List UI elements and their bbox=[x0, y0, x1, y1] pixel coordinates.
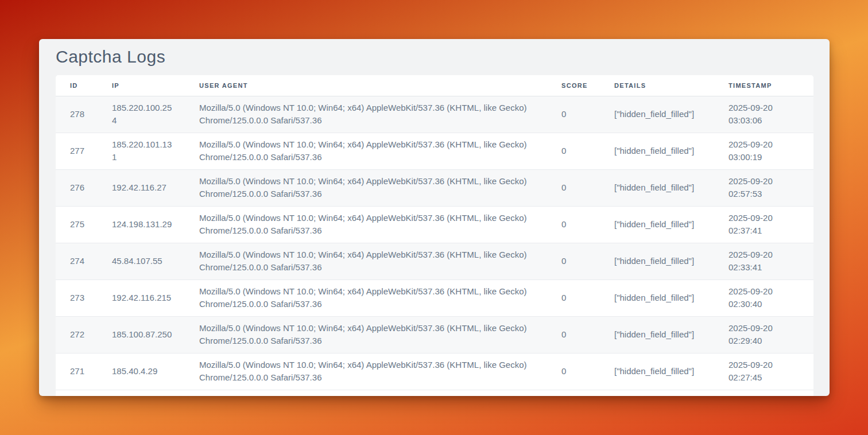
table-row: 273192.42.116.215Mozilla/5.0 (Windows NT… bbox=[56, 279, 813, 316]
cell-ip: 185.220.100.254 bbox=[98, 96, 185, 133]
gradient-background: { "page": { "title": "Captcha Logs" }, "… bbox=[0, 0, 868, 435]
cell-user_agent: Mozilla/5.0 (Windows NT 10.0; Win64; x64… bbox=[185, 206, 547, 243]
cell-score: 0 bbox=[547, 206, 600, 243]
cell-timestamp: 2025-09-20 02:37:41 bbox=[714, 206, 813, 243]
cell-details: ["hidden_field_filled"] bbox=[600, 279, 714, 316]
table-row: 271185.40.4.29Mozilla/5.0 (Windows NT 10… bbox=[56, 353, 813, 390]
cell-timestamp: 2025-09-20 02:57:53 bbox=[714, 169, 813, 206]
cell-ip: 192.42.116.27 bbox=[98, 169, 185, 206]
cell-user_agent: Mozilla/5.0 (Windows NT 10.0; Win64; x64… bbox=[185, 353, 547, 390]
cell-ip: 192.42.116.215 bbox=[98, 279, 185, 316]
cell-user_agent: Mozilla/5.0 (Windows NT 10.0; Win64; x64… bbox=[185, 243, 547, 279]
cell-id: 278 bbox=[56, 96, 98, 133]
cell-id: 273 bbox=[56, 279, 98, 316]
cell-id: 275 bbox=[56, 206, 98, 243]
table-row: 27445.84.107.55Mozilla/5.0 (Windows NT 1… bbox=[56, 243, 813, 279]
cell-details: ["hidden_field_filled"] bbox=[600, 353, 714, 390]
cell-user_agent: Mozilla/5.0 (Windows NT 10.0; Win64; x64… bbox=[185, 316, 547, 353]
cell-timestamp: 2025-09-20 03:03:06 bbox=[714, 96, 813, 133]
cell-timestamp: 2025-09-20 03:00:19 bbox=[714, 133, 813, 169]
cell-details: ["hidden_field_filled"] bbox=[600, 316, 714, 353]
cell-ip: 185.40.4.29 bbox=[98, 353, 185, 390]
table-header: IDIPUSER AGENTSCOREDETAILSTIMESTAMP bbox=[56, 75, 813, 96]
table-row: 275124.198.131.29Mozilla/5.0 (Windows NT… bbox=[56, 206, 813, 243]
cell-id: 271 bbox=[56, 353, 98, 390]
cell-id: 276 bbox=[56, 169, 98, 206]
cell-score: 0 bbox=[547, 243, 600, 279]
table-row: 278185.220.100.254Mozilla/5.0 (Windows N… bbox=[56, 96, 813, 133]
cell-timestamp: 2025-09-20 02:29:40 bbox=[714, 316, 813, 353]
captcha-logs-table: IDIPUSER AGENTSCOREDETAILSTIMESTAMP 2781… bbox=[56, 75, 813, 390]
column-header-timestamp: TIMESTAMP bbox=[714, 75, 813, 96]
cell-id: 274 bbox=[56, 243, 98, 279]
cell-user_agent: Mozilla/5.0 (Windows NT 10.0; Win64; x64… bbox=[185, 96, 547, 133]
page-title: Captcha Logs bbox=[56, 47, 830, 67]
cell-ip: 45.84.107.55 bbox=[98, 243, 185, 279]
cell-score: 0 bbox=[547, 96, 600, 133]
cell-timestamp: 2025-09-20 02:33:41 bbox=[714, 243, 813, 279]
cell-details: ["hidden_field_filled"] bbox=[600, 133, 714, 169]
cell-ip: 185.220.101.131 bbox=[98, 133, 185, 169]
cell-id: 277 bbox=[56, 133, 98, 169]
cell-timestamp: 2025-09-20 02:30:40 bbox=[714, 279, 813, 316]
column-header-user_agent: USER AGENT bbox=[185, 75, 547, 96]
cell-user_agent: Mozilla/5.0 (Windows NT 10.0; Win64; x64… bbox=[185, 279, 547, 316]
table-row: 277185.220.101.131Mozilla/5.0 (Windows N… bbox=[56, 133, 813, 169]
cell-score: 0 bbox=[547, 316, 600, 353]
cell-score: 0 bbox=[547, 133, 600, 169]
table-body: 278185.220.100.254Mozilla/5.0 (Windows N… bbox=[56, 96, 813, 390]
captcha-logs-card: Captcha Logs IDIPUSER AGENTSCOREDETAILST… bbox=[39, 39, 830, 396]
logs-table-container: IDIPUSER AGENTSCOREDETAILSTIMESTAMP 2781… bbox=[56, 75, 813, 396]
cell-timestamp: 2025-09-20 02:27:45 bbox=[714, 353, 813, 390]
cell-score: 0 bbox=[547, 169, 600, 206]
column-header-details: DETAILS bbox=[600, 75, 714, 96]
cell-details: ["hidden_field_filled"] bbox=[600, 206, 714, 243]
cell-score: 0 bbox=[547, 353, 600, 390]
column-header-id: ID bbox=[56, 75, 98, 96]
column-header-ip: IP bbox=[98, 75, 185, 96]
cell-details: ["hidden_field_filled"] bbox=[600, 96, 714, 133]
cell-score: 0 bbox=[547, 279, 600, 316]
column-header-score: SCORE bbox=[547, 75, 600, 96]
cell-user_agent: Mozilla/5.0 (Windows NT 10.0; Win64; x64… bbox=[185, 133, 547, 169]
cell-user_agent: Mozilla/5.0 (Windows NT 10.0; Win64; x64… bbox=[185, 169, 547, 206]
table-row: 272185.100.87.250Mozilla/5.0 (Windows NT… bbox=[56, 316, 813, 353]
cell-details: ["hidden_field_filled"] bbox=[600, 169, 714, 206]
cell-id: 272 bbox=[56, 316, 98, 353]
cell-details: ["hidden_field_filled"] bbox=[600, 243, 714, 279]
cell-ip: 124.198.131.29 bbox=[98, 206, 185, 243]
table-header-row: IDIPUSER AGENTSCOREDETAILSTIMESTAMP bbox=[56, 75, 813, 96]
cell-ip: 185.100.87.250 bbox=[98, 316, 185, 353]
table-row: 276192.42.116.27Mozilla/5.0 (Windows NT … bbox=[56, 169, 813, 206]
